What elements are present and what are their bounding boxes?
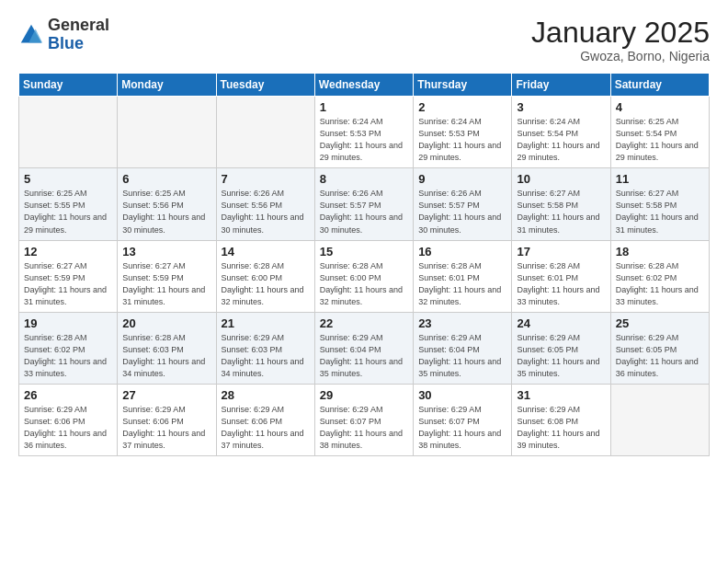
day-number: 13 xyxy=(122,245,210,259)
weekday-header-saturday: Saturday xyxy=(610,74,709,97)
weekday-header-thursday: Thursday xyxy=(414,74,512,97)
day-info: Sunrise: 6:29 AMSunset: 6:06 PMDaylight:… xyxy=(24,404,112,452)
day-info: Sunrise: 6:29 AMSunset: 6:07 PMDaylight:… xyxy=(320,404,408,452)
calendar-cell: 11Sunrise: 6:27 AMSunset: 5:58 PMDayligh… xyxy=(610,168,709,240)
day-number: 20 xyxy=(122,316,210,330)
day-info: Sunrise: 6:25 AMSunset: 5:54 PMDaylight:… xyxy=(616,116,704,164)
day-number: 22 xyxy=(320,316,408,330)
day-number: 3 xyxy=(517,100,605,114)
day-number: 12 xyxy=(24,245,112,259)
day-info: Sunrise: 6:29 AMSunset: 6:04 PMDaylight:… xyxy=(418,332,506,380)
calendar-cell: 26Sunrise: 6:29 AMSunset: 6:06 PMDayligh… xyxy=(19,384,118,455)
weekday-header-wednesday: Wednesday xyxy=(314,74,413,97)
calendar-cell: 17Sunrise: 6:28 AMSunset: 6:01 PMDayligh… xyxy=(512,240,610,312)
day-info: Sunrise: 6:29 AMSunset: 6:06 PMDaylight:… xyxy=(222,404,310,452)
day-number: 24 xyxy=(517,316,605,330)
calendar: SundayMondayTuesdayWednesdayThursdayFrid… xyxy=(18,73,710,456)
day-info: Sunrise: 6:26 AMSunset: 5:57 PMDaylight:… xyxy=(320,188,408,236)
day-info: Sunrise: 6:26 AMSunset: 5:57 PMDaylight:… xyxy=(418,188,506,236)
calendar-cell: 4Sunrise: 6:25 AMSunset: 5:54 PMDaylight… xyxy=(610,97,709,168)
day-number: 27 xyxy=(122,388,210,402)
calendar-cell: 23Sunrise: 6:29 AMSunset: 6:04 PMDayligh… xyxy=(414,312,512,384)
title-area: January 2025 Gwoza, Borno, Nigeria xyxy=(531,17,710,63)
day-info: Sunrise: 6:28 AMSunset: 6:02 PMDaylight:… xyxy=(24,332,112,380)
calendar-cell xyxy=(19,97,118,168)
day-number: 31 xyxy=(517,388,605,402)
calendar-cell: 29Sunrise: 6:29 AMSunset: 6:07 PMDayligh… xyxy=(314,384,413,455)
calendar-cell: 31Sunrise: 6:29 AMSunset: 6:08 PMDayligh… xyxy=(512,384,610,455)
calendar-cell: 20Sunrise: 6:28 AMSunset: 6:03 PMDayligh… xyxy=(118,312,216,384)
day-number: 28 xyxy=(222,388,310,402)
day-number: 26 xyxy=(24,388,112,402)
logo-blue-text: Blue xyxy=(48,35,109,53)
calendar-cell xyxy=(118,97,216,168)
day-info: Sunrise: 6:29 AMSunset: 6:07 PMDaylight:… xyxy=(418,404,506,452)
logo-general-text: General xyxy=(48,17,109,35)
day-number: 17 xyxy=(517,245,605,259)
day-number: 1 xyxy=(320,100,408,114)
weekday-header-monday: Monday xyxy=(118,74,216,97)
day-number: 4 xyxy=(616,100,704,114)
day-number: 10 xyxy=(517,172,605,186)
day-info: Sunrise: 6:24 AMSunset: 5:54 PMDaylight:… xyxy=(517,116,605,164)
day-number: 6 xyxy=(122,172,210,186)
calendar-cell: 8Sunrise: 6:26 AMSunset: 5:57 PMDaylight… xyxy=(314,168,413,240)
calendar-cell: 2Sunrise: 6:24 AMSunset: 5:53 PMDaylight… xyxy=(414,97,512,168)
day-info: Sunrise: 6:27 AMSunset: 5:58 PMDaylight:… xyxy=(616,188,704,236)
week-row-4: 19Sunrise: 6:28 AMSunset: 6:02 PMDayligh… xyxy=(19,312,710,384)
weekday-header-row: SundayMondayTuesdayWednesdayThursdayFrid… xyxy=(19,74,710,97)
header: General Blue January 2025 Gwoza, Borno, … xyxy=(18,17,710,63)
location-title: Gwoza, Borno, Nigeria xyxy=(531,49,710,63)
calendar-cell: 5Sunrise: 6:25 AMSunset: 5:55 PMDaylight… xyxy=(19,168,118,240)
day-number: 29 xyxy=(320,388,408,402)
calendar-cell: 12Sunrise: 6:27 AMSunset: 5:59 PMDayligh… xyxy=(19,240,118,312)
day-info: Sunrise: 6:26 AMSunset: 5:56 PMDaylight:… xyxy=(222,188,310,236)
day-info: Sunrise: 6:28 AMSunset: 6:00 PMDaylight:… xyxy=(320,260,408,308)
day-number: 7 xyxy=(222,172,310,186)
day-info: Sunrise: 6:29 AMSunset: 6:03 PMDaylight:… xyxy=(222,332,310,380)
day-number: 9 xyxy=(418,172,506,186)
day-number: 18 xyxy=(616,245,704,259)
day-info: Sunrise: 6:24 AMSunset: 5:53 PMDaylight:… xyxy=(418,116,506,164)
day-number: 21 xyxy=(222,316,310,330)
day-info: Sunrise: 6:27 AMSunset: 5:59 PMDaylight:… xyxy=(24,260,112,308)
day-number: 8 xyxy=(320,172,408,186)
day-number: 11 xyxy=(616,172,704,186)
calendar-cell: 7Sunrise: 6:26 AMSunset: 5:56 PMDaylight… xyxy=(216,168,314,240)
day-number: 5 xyxy=(24,172,112,186)
calendar-cell: 15Sunrise: 6:28 AMSunset: 6:00 PMDayligh… xyxy=(314,240,413,312)
calendar-cell: 22Sunrise: 6:29 AMSunset: 6:04 PMDayligh… xyxy=(314,312,413,384)
calendar-cell: 3Sunrise: 6:24 AMSunset: 5:54 PMDaylight… xyxy=(512,97,610,168)
day-info: Sunrise: 6:28 AMSunset: 6:01 PMDaylight:… xyxy=(418,260,506,308)
week-row-2: 5Sunrise: 6:25 AMSunset: 5:55 PMDaylight… xyxy=(19,168,710,240)
day-info: Sunrise: 6:25 AMSunset: 5:56 PMDaylight:… xyxy=(122,188,210,236)
day-number: 15 xyxy=(320,245,408,259)
day-number: 16 xyxy=(418,245,506,259)
day-info: Sunrise: 6:24 AMSunset: 5:53 PMDaylight:… xyxy=(320,116,408,164)
day-info: Sunrise: 6:29 AMSunset: 6:05 PMDaylight:… xyxy=(517,332,605,380)
calendar-cell: 21Sunrise: 6:29 AMSunset: 6:03 PMDayligh… xyxy=(216,312,314,384)
week-row-5: 26Sunrise: 6:29 AMSunset: 6:06 PMDayligh… xyxy=(19,384,710,455)
calendar-cell: 18Sunrise: 6:28 AMSunset: 6:02 PMDayligh… xyxy=(610,240,709,312)
calendar-cell: 13Sunrise: 6:27 AMSunset: 5:59 PMDayligh… xyxy=(118,240,216,312)
day-info: Sunrise: 6:28 AMSunset: 6:02 PMDaylight:… xyxy=(616,260,704,308)
day-number: 2 xyxy=(418,100,506,114)
calendar-cell: 24Sunrise: 6:29 AMSunset: 6:05 PMDayligh… xyxy=(512,312,610,384)
calendar-cell: 28Sunrise: 6:29 AMSunset: 6:06 PMDayligh… xyxy=(216,384,314,455)
day-info: Sunrise: 6:27 AMSunset: 5:59 PMDaylight:… xyxy=(122,260,210,308)
calendar-cell xyxy=(610,384,709,455)
calendar-cell: 25Sunrise: 6:29 AMSunset: 6:05 PMDayligh… xyxy=(610,312,709,384)
day-number: 23 xyxy=(418,316,506,330)
day-info: Sunrise: 6:27 AMSunset: 5:58 PMDaylight:… xyxy=(517,188,605,236)
logo-text: General Blue xyxy=(48,17,109,53)
day-info: Sunrise: 6:29 AMSunset: 6:08 PMDaylight:… xyxy=(517,404,605,452)
logo-icon xyxy=(18,22,44,48)
day-info: Sunrise: 6:29 AMSunset: 6:06 PMDaylight:… xyxy=(122,404,210,452)
day-info: Sunrise: 6:28 AMSunset: 6:03 PMDaylight:… xyxy=(122,332,210,380)
day-info: Sunrise: 6:28 AMSunset: 6:00 PMDaylight:… xyxy=(222,260,310,308)
month-title: January 2025 xyxy=(531,17,710,49)
calendar-cell: 27Sunrise: 6:29 AMSunset: 6:06 PMDayligh… xyxy=(118,384,216,455)
calendar-cell: 19Sunrise: 6:28 AMSunset: 6:02 PMDayligh… xyxy=(19,312,118,384)
calendar-cell: 1Sunrise: 6:24 AMSunset: 5:53 PMDaylight… xyxy=(314,97,413,168)
calendar-cell xyxy=(216,97,314,168)
